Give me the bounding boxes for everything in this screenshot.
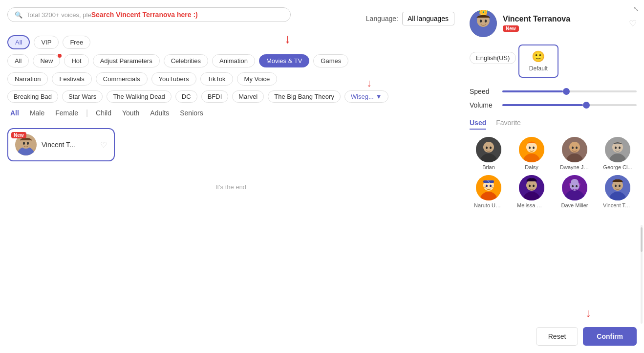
reset-button[interactable]: Reset [536,327,579,346]
used-name-naruto: Naruto Uzu... [474,202,503,208]
used-avatar-dave [562,175,587,200]
top-row: 🔍 Total 3200+ voices, ple Search Vincent… [7,7,454,29]
used-voices-grid: Brian Daisy [470,137,637,208]
volume-label: Volume [470,101,496,109]
tab-favorite[interactable]: Favorite [496,119,521,130]
tag-breaking-bad[interactable]: Breaking Bad [7,90,58,103]
filter-movies-tv[interactable]: Movies & TV [259,54,309,67]
filter-tiktok[interactable]: TikTok [200,72,233,86]
used-item-dwayne[interactable]: Dwayne Jo... [556,137,594,170]
age-seniors[interactable]: Seniors [177,108,206,118]
filter-games[interactable]: Games [313,54,348,67]
profile-new-badge: New [503,25,519,32]
filter-narration[interactable]: Narration [7,72,48,86]
used-item-dave[interactable]: Dave Miller [556,175,594,208]
used-avatar-dwayne [562,137,587,162]
volume-slider-row: Volume [470,101,637,109]
tag-marvel[interactable]: Marvel [232,90,264,103]
heart-icon-vincent[interactable]: ♡ [100,140,107,150]
search-icon: 🔍 [15,11,22,19]
scrollbar-thumb[interactable] [641,227,643,252]
tab-vip[interactable]: VIP [34,36,59,49]
speed-track[interactable] [502,90,637,92]
age-child[interactable]: Child [93,108,114,118]
chevron-down-icon: ▼ [376,93,382,100]
arrow-confirm: ↓ [585,306,591,320]
svg-point-14 [490,147,492,149]
filter-celebrities[interactable]: Celebrities [164,54,208,67]
used-item-george[interactable]: George Cl... [599,137,637,170]
profile-avatar: 👑 [470,10,497,37]
collapse-button[interactable]: ⤡ [633,5,639,13]
filter-youtubers[interactable]: YouTubers [151,72,196,86]
volume-track[interactable] [502,104,637,106]
svg-point-8 [480,20,482,22]
svg-point-18 [529,147,531,149]
svg-point-23 [572,147,574,149]
tab-all[interactable]: All [7,35,30,49]
filter-hot[interactable]: Hot [64,54,88,67]
filter-festivals[interactable]: Festivals [52,72,91,86]
tag-walking-dead[interactable]: The Walking Dead [107,90,171,103]
used-name-vincent-t: Vincent Te... [603,202,632,208]
wiseg-label: Wiseg... [351,93,374,100]
filter-row-1: All New Hot Adjust Parameters Celebritie… [7,54,454,67]
used-favorite-tabs: Used Favorite [470,119,637,130]
svg-point-42 [526,180,537,191]
age-filter-row: All Male Female | Child Youth Adults Sen… [7,108,454,118]
end-text: It's the end [7,183,454,191]
filter-commercials[interactable]: Commercials [96,72,148,86]
used-item-naruto[interactable]: Naruto Uzu... [470,175,508,208]
tab-free[interactable]: Free [63,36,90,49]
language-dropdown[interactable]: All languages English Chinese [402,12,454,25]
used-name-daisy: Daisy [525,164,538,170]
filter-all[interactable]: All [7,54,29,67]
tag-star-wars[interactable]: Star Wars [62,90,103,103]
tag-wiseg-dropdown[interactable]: Wiseg... ▼ [344,90,388,103]
used-name-george: George Cl... [603,164,632,170]
filter-adjust[interactable]: Adjust Parameters [93,54,160,67]
svg-point-19 [533,147,535,149]
tag-big-bang[interactable]: The Big Bang Theory [268,90,341,103]
filter-my-voice[interactable]: My Voice [237,72,278,86]
left-panel: 🔍 Total 3200+ voices, ple Search Vincent… [0,0,462,353]
svg-point-56 [615,185,617,187]
age-all[interactable]: All [7,108,22,118]
age-male[interactable]: Male [27,108,47,118]
confirm-button[interactable]: Confirm [583,327,637,346]
age-youth[interactable]: Youth [119,108,142,118]
used-name-dwayne: Dwayne Jo... [560,164,589,170]
svg-point-45 [533,185,535,187]
emotion-label: Default [529,65,548,72]
filter-animation[interactable]: Animation [212,54,255,67]
tag-bfdi[interactable]: BFDI [201,90,229,103]
used-item-brian[interactable]: Brian [470,137,508,170]
voice-card-vincent[interactable]: New Vincent T... ♡ [7,128,115,161]
language-tag[interactable]: English(US) [470,52,516,64]
slider-section: Speed Volume [470,88,637,109]
search-bar[interactable]: 🔍 Total 3200+ voices, ple Search Vincent… [7,7,291,22]
used-item-daisy[interactable]: Daisy [513,137,551,170]
filter-new[interactable]: New [33,54,60,67]
svg-point-29 [619,147,621,149]
svg-point-11 [483,142,494,153]
svg-point-4 [27,142,29,145]
age-female[interactable]: Female [52,108,81,118]
used-item-melissa[interactable]: Melissa Mo... [513,175,551,208]
age-adults[interactable]: Adults [147,108,172,118]
speed-label: Speed [470,88,496,95]
emotion-button[interactable]: 🙂 Default [518,44,558,78]
used-name-melissa: Melissa Mo... [517,202,546,208]
svg-point-50 [570,181,580,191]
right-scrollbar[interactable] [641,225,643,324]
tag-dc[interactable]: DC [175,90,197,103]
used-avatar-george [605,137,630,162]
show-tags-row: Breaking Bad Star Wars The Walking Dead … [7,90,454,103]
filter-row-2: Narration Festivals Commercials YouTuber… [7,72,454,86]
profile-section: 👑 Vincent Terranova New ♡ [470,10,637,37]
tab-used[interactable]: Used [470,119,486,130]
favorite-button[interactable]: ♡ [629,18,637,29]
bottom-buttons: Reset Confirm [536,327,637,346]
used-item-vincent-t[interactable]: Vincent Te... [599,175,637,208]
used-avatar-vincent-t [605,175,630,200]
